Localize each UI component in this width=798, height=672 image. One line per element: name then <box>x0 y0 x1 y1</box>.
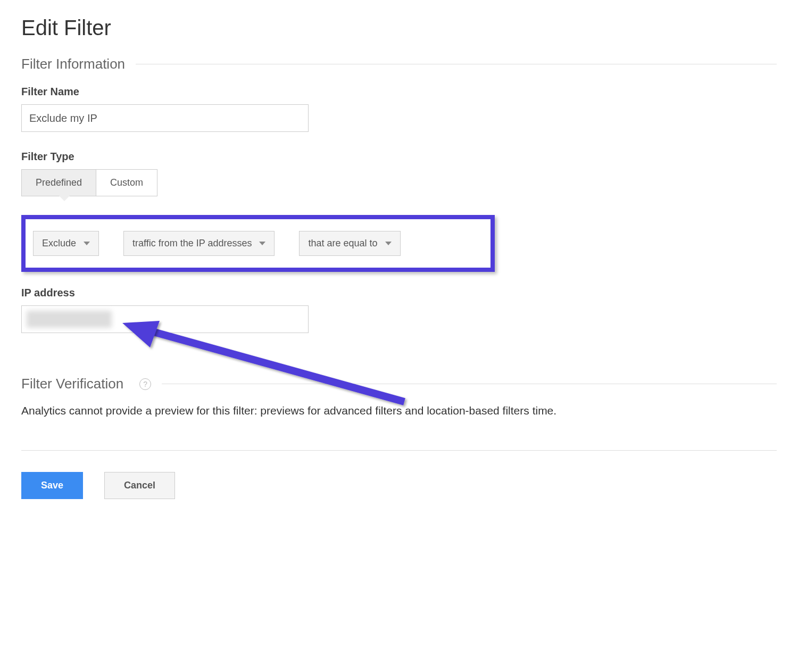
save-button[interactable]: Save <box>21 472 83 499</box>
filter-source-value: traffic from the IP addresses <box>132 238 252 249</box>
filter-verification-header: Filter Verification ? <box>21 376 777 392</box>
ip-address-label: IP address <box>21 287 777 299</box>
page-title: Edit Filter <box>21 16 777 40</box>
filter-type-tabs: Predefined Custom <box>21 169 157 196</box>
redacted-ip-value <box>27 311 112 328</box>
filter-type-label: Filter Type <box>21 151 777 163</box>
filter-expression-dropdown[interactable]: that are equal to <box>299 231 400 256</box>
chevron-down-icon <box>385 242 392 245</box>
tab-custom[interactable]: Custom <box>96 170 157 196</box>
edit-filter-form: Edit Filter Filter Information Filter Na… <box>21 16 777 499</box>
divider <box>162 384 777 384</box>
cancel-button[interactable]: Cancel <box>104 472 175 499</box>
filter-information-label: Filter Information <box>21 56 125 72</box>
divider <box>136 64 777 64</box>
filter-expression-value: that are equal to <box>308 238 377 249</box>
filter-action-dropdown[interactable]: Exclude <box>33 231 99 256</box>
filter-information-header: Filter Information <box>21 56 777 72</box>
filter-name-input[interactable] <box>21 104 309 132</box>
filter-name-block: Filter Name <box>21 86 777 132</box>
tab-predefined[interactable]: Predefined <box>22 170 96 196</box>
ip-address-block: IP address <box>21 287 777 333</box>
ip-address-input-wrap <box>21 305 309 333</box>
chevron-down-icon <box>84 242 90 245</box>
filter-action-value: Exclude <box>42 238 76 249</box>
filter-verification-message: Analytics cannot provide a preview for t… <box>21 403 777 418</box>
divider <box>21 450 777 451</box>
filter-name-label: Filter Name <box>21 86 777 98</box>
filter-verification-label: Filter Verification <box>21 376 123 392</box>
predefined-filter-dropdowns-highlight: Exclude traffic from the IP addresses th… <box>21 215 495 272</box>
form-actions: Save Cancel <box>21 472 777 499</box>
active-tab-indicator-icon <box>59 196 70 201</box>
chevron-down-icon <box>259 242 265 245</box>
help-icon[interactable]: ? <box>139 378 151 390</box>
filter-source-dropdown[interactable]: traffic from the IP addresses <box>123 231 275 256</box>
filter-type-block: Filter Type Predefined Custom <box>21 151 777 196</box>
